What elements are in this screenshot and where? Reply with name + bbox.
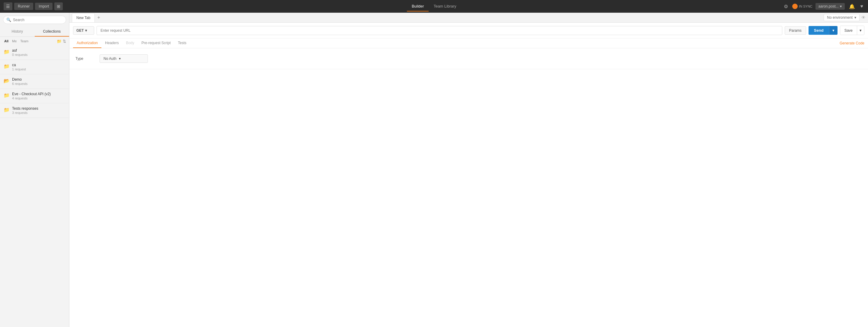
- collection-meta: 4 requests: [12, 97, 65, 100]
- pre-request-script-tab[interactable]: Pre-request Script: [138, 38, 175, 48]
- chevron-down-icon: ▾: [119, 56, 121, 61]
- folder-icon: 📁: [4, 49, 10, 55]
- search-bar: 🔍: [0, 13, 69, 27]
- filter-all-button[interactable]: All: [3, 39, 10, 44]
- collection-info: ca 1 request: [12, 63, 65, 71]
- auth-type-value: No Auth: [103, 56, 117, 61]
- collection-meta: 1 request: [12, 67, 65, 71]
- user-menu-button[interactable]: aaron.post... ▾: [815, 3, 845, 10]
- collections-tab[interactable]: Collections: [35, 27, 69, 36]
- new-window-button[interactable]: ⊞: [54, 2, 63, 10]
- new-collection-button[interactable]: 📁: [57, 39, 62, 44]
- method-selector[interactable]: GET ▾: [73, 26, 94, 35]
- authorization-tab[interactable]: Authorization: [73, 38, 101, 48]
- save-dropdown-button[interactable]: ▾: [857, 26, 864, 35]
- chevron-down-icon: ▾: [840, 4, 842, 8]
- collection-item[interactable]: 📂 Demo 6 requests: [0, 74, 69, 89]
- collection-info: asf 0 requests: [12, 48, 65, 56]
- search-input-wrap: 🔍: [3, 16, 66, 24]
- environment-selector[interactable]: No environment ▾: [824, 14, 860, 21]
- generate-code-button[interactable]: Generate Code: [840, 41, 864, 45]
- heart-icon[interactable]: ♥: [859, 2, 865, 10]
- main-layout: 🔍 History Collections All Me Team 📁 ⇅: [0, 13, 868, 327]
- tab-label: New Tab: [76, 16, 90, 20]
- history-tab[interactable]: History: [0, 27, 35, 36]
- send-button-group: Send ▾: [809, 26, 838, 35]
- collection-name: Tests responses: [12, 106, 65, 111]
- nav-left: ☰ Runner Import ⊞: [4, 2, 63, 10]
- save-button-group: Save ▾: [840, 26, 864, 35]
- collection-info: Demo 6 requests: [12, 77, 65, 85]
- sync-label: IN SYNC: [799, 4, 812, 8]
- headers-tab[interactable]: Headers: [101, 38, 122, 48]
- eye-button[interactable]: 👁: [861, 15, 866, 20]
- url-input[interactable]: [97, 26, 782, 35]
- new-tab[interactable]: New Tab: [72, 13, 95, 22]
- chevron-down-icon: ▾: [85, 28, 87, 33]
- sort-button[interactable]: ⇅: [63, 39, 66, 44]
- filter-team-button[interactable]: Team: [19, 39, 30, 44]
- search-icon: 🔍: [6, 18, 11, 22]
- collection-name: Demo: [12, 77, 65, 82]
- send-button[interactable]: Send: [809, 26, 829, 35]
- folder-icon: 📁: [4, 92, 10, 98]
- collection-info: Eve - Checkout API (v2) 4 requests: [12, 92, 65, 100]
- sidebar: 🔍 History Collections All Me Team 📁 ⇅: [0, 13, 69, 327]
- import-button[interactable]: Import: [35, 3, 53, 10]
- nav-center: Builder Team Library: [407, 1, 461, 11]
- collection-item[interactable]: 📁 Eve - Checkout API (v2) 4 requests: [0, 89, 69, 103]
- collection-meta: 0 requests: [12, 53, 65, 56]
- collection-name: Eve - Checkout API (v2): [12, 92, 65, 96]
- settings-icon[interactable]: ⚙: [783, 2, 789, 10]
- folder-icon: 📁: [4, 63, 10, 69]
- collection-item[interactable]: 📁 Tests responses 3 requests: [0, 103, 69, 118]
- filter-me-button[interactable]: Me: [11, 39, 18, 44]
- user-name-label: aaron.post...: [818, 4, 839, 8]
- sync-dot-icon: [792, 4, 798, 9]
- collection-item[interactable]: 📁 asf 0 requests: [0, 45, 69, 60]
- top-nav: ☰ Runner Import ⊞ Builder Team Library ⚙…: [0, 0, 868, 13]
- builder-tab[interactable]: Builder: [407, 1, 429, 11]
- collection-item[interactable]: 📁 ca 1 request: [0, 60, 69, 74]
- auth-type-label: Type: [75, 56, 94, 61]
- notifications-icon[interactable]: 🔔: [848, 2, 856, 10]
- sidebar-tabs: History Collections: [0, 27, 69, 37]
- collection-meta: 3 requests: [12, 111, 65, 114]
- tabs-env-bar: New Tab + No environment ▾ 👁: [69, 13, 868, 23]
- auth-section: Type No Auth ▾: [69, 48, 868, 69]
- body-tab[interactable]: Body: [122, 38, 137, 48]
- add-tab-button[interactable]: +: [95, 13, 102, 22]
- filter-actions: 📁 ⇅: [57, 39, 66, 44]
- content: New Tab + No environment ▾ 👁 GET ▾ Param…: [69, 13, 868, 327]
- method-label: GET: [76, 28, 84, 33]
- request-tabs: Authorization Headers Body Pre-request S…: [69, 38, 868, 48]
- env-label: No environment: [827, 16, 852, 20]
- nav-right: ⚙ IN SYNC aaron.post... ▾ 🔔 ♥: [783, 2, 864, 10]
- search-input[interactable]: [13, 18, 63, 22]
- collection-info: Tests responses 3 requests: [12, 106, 65, 114]
- sync-status: IN SYNC: [792, 4, 812, 9]
- runner-button[interactable]: Runner: [14, 3, 33, 10]
- tests-tab[interactable]: Tests: [174, 38, 190, 48]
- request-bar: GET ▾ Params Send ▾ Save ▾: [69, 23, 868, 38]
- collection-name: ca: [12, 63, 65, 67]
- params-button[interactable]: Params: [785, 26, 806, 35]
- save-button[interactable]: Save: [840, 26, 857, 35]
- filter-pills: All Me Team: [3, 39, 30, 44]
- send-dropdown-button[interactable]: ▾: [829, 26, 838, 35]
- collection-meta: 6 requests: [12, 82, 65, 85]
- folder-icon: 📂: [4, 78, 10, 84]
- collection-list: 📁 asf 0 requests 📁 ca 1 request 📂 Demo: [0, 45, 69, 327]
- folder-icon: 📁: [4, 107, 10, 113]
- collection-name: asf: [12, 48, 65, 53]
- sidebar-toggle-button[interactable]: ☰: [4, 2, 12, 10]
- auth-type-selector[interactable]: No Auth ▾: [100, 54, 148, 63]
- team-library-tab[interactable]: Team Library: [429, 1, 461, 11]
- chevron-down-icon: ▾: [855, 16, 856, 20]
- env-section: No environment ▾ 👁: [824, 13, 866, 22]
- sidebar-filter: All Me Team 📁 ⇅: [0, 37, 69, 45]
